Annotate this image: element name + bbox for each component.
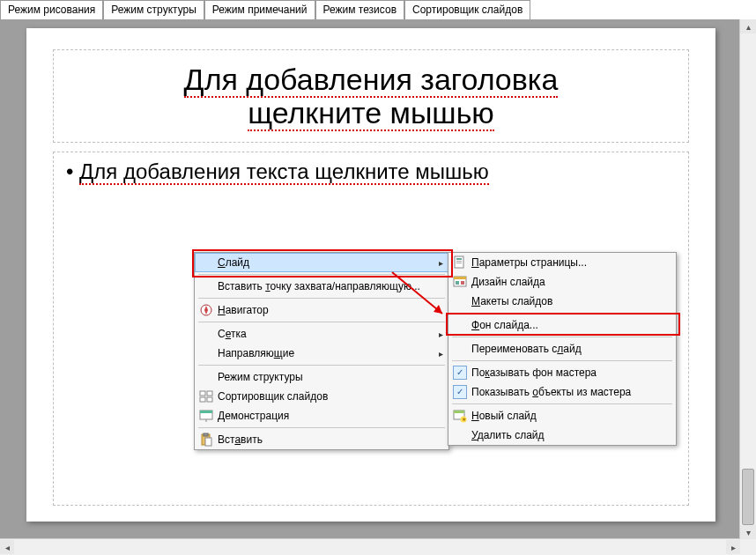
context-menu: Слайд Вставить точку захвата/направляющу… <box>194 252 449 450</box>
menu-item-grid[interactable]: Сетка <box>195 324 448 344</box>
tab-notes[interactable]: Режим примечаний <box>204 0 315 19</box>
checkbox-checked-icon: ✓ <box>448 385 471 399</box>
menu-item-navigator[interactable]: Навигатор <box>195 300 448 320</box>
presentation-icon <box>195 409 218 423</box>
vertical-scrollbar[interactable]: ▴ ▾ <box>739 19 756 539</box>
menu-item-outline[interactable]: Режим структуры <box>195 367 448 387</box>
menu-item-paste[interactable]: Вставить <box>195 430 448 449</box>
title-placeholder[interactable]: Для добавления заголовка щелкните мышью <box>53 49 689 143</box>
tab-sorter[interactable]: Сортировщик слайдов <box>404 0 530 19</box>
paste-icon <box>195 433 218 447</box>
compass-icon <box>195 303 218 317</box>
tab-handout[interactable]: Режим тезисов <box>315 0 405 19</box>
submenu-design[interactable]: Дизайн слайда <box>448 272 676 292</box>
view-tabs: Режим рисования Режим структуры Режим пр… <box>0 0 756 20</box>
svg-rect-3 <box>200 397 205 402</box>
svg-text:★: ★ <box>462 417 466 422</box>
slide-submenu: Параметры страницы... Дизайн слайда Маке… <box>448 252 677 446</box>
scroll-thumb[interactable] <box>742 469 754 525</box>
submenu-background[interactable]: Фон слайда... <box>448 315 676 335</box>
scroll-up-icon[interactable]: ▴ <box>740 19 756 33</box>
design-icon <box>448 275 471 289</box>
checkbox-checked-icon: ✓ <box>448 366 471 380</box>
submenu-delete-slide[interactable]: Удалить слайд <box>448 426 676 445</box>
tab-drawing[interactable]: Режим рисования <box>0 0 103 19</box>
menu-item-sorter[interactable]: Сортировщик слайдов <box>195 387 448 406</box>
menu-item-slide[interactable]: Слайд <box>195 253 448 272</box>
scroll-down-icon[interactable]: ▾ <box>740 525 756 539</box>
scroll-left-icon[interactable]: ◂ <box>0 540 14 554</box>
svg-rect-20 <box>454 411 464 413</box>
tab-outline[interactable]: Режим структуры <box>103 0 204 19</box>
slide-canvas[interactable]: Для добавления заголовка щелкните мышью … <box>26 28 715 522</box>
svg-rect-12 <box>456 258 462 260</box>
submenu-page-setup[interactable]: Параметры страницы... <box>448 253 676 272</box>
submenu-show-master-objs[interactable]: ✓ Показывать объекты из мастера <box>448 382 676 402</box>
svg-rect-13 <box>456 261 462 262</box>
svg-rect-1 <box>200 391 205 396</box>
svg-rect-16 <box>454 277 466 279</box>
menu-item-insert-snap[interactable]: Вставить точку захвата/направляющую... <box>195 277 448 296</box>
svg-rect-11 <box>455 256 463 268</box>
svg-rect-14 <box>456 263 462 263</box>
svg-rect-17 <box>456 281 459 285</box>
sorter-icon <box>195 389 218 403</box>
submenu-new-slide[interactable]: ★ Новый слайд <box>448 406 676 426</box>
bullet-text: Для добавления текста щелкните мышью <box>66 159 676 184</box>
horizontal-scrollbar[interactable]: ◂ ▸ <box>0 538 740 555</box>
title-text: Для добавления заголовка щелкните мышью <box>184 63 559 130</box>
svg-rect-6 <box>200 411 212 413</box>
svg-rect-4 <box>207 397 212 402</box>
submenu-rename[interactable]: Переименовать слайд <box>448 339 676 359</box>
svg-rect-10 <box>205 438 211 446</box>
submenu-show-master-bg[interactable]: ✓ Показывать фон мастера <box>448 363 676 382</box>
menu-item-guides[interactable]: Направляющие <box>195 344 448 363</box>
new-slide-icon: ★ <box>448 409 471 423</box>
svg-rect-2 <box>207 391 212 396</box>
submenu-layouts[interactable]: Макеты слайдов <box>448 292 676 311</box>
slide-editor: Для добавления заголовка щелкните мышью … <box>0 19 740 539</box>
scroll-track[interactable] <box>740 33 756 469</box>
svg-rect-18 <box>461 281 464 285</box>
page-setup-icon <box>448 255 471 270</box>
scrollbar-corner <box>740 539 756 555</box>
menu-item-presentation[interactable]: Демонстрация <box>195 406 448 426</box>
svg-rect-9 <box>204 433 208 436</box>
scroll-right-icon[interactable]: ▸ <box>726 540 740 554</box>
